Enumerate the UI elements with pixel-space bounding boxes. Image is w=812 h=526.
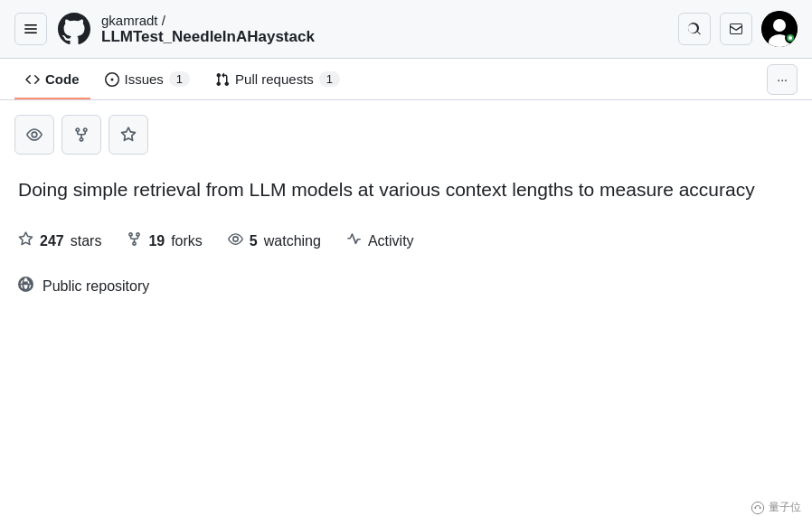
eye-stat-icon (228, 231, 243, 247)
code-icon (25, 72, 40, 87)
svg-rect-0 (24, 24, 37, 26)
activity-stat-icon (346, 231, 362, 251)
issues-count-badge: 1 (169, 71, 190, 87)
tabs-bar: Code Issues 1 Pull requests 1 ··· (0, 59, 812, 100)
forks-stat[interactable]: 19 forks (127, 231, 202, 251)
tab-issues[interactable]: Issues 1 (94, 59, 202, 99)
pulse-stat-icon (346, 231, 362, 247)
header: gkamradt / LLMTest_NeedleInAHaystack (0, 0, 812, 59)
svg-point-7 (788, 36, 792, 40)
tab-issues-label: Issues (125, 71, 164, 87)
github-logo[interactable] (58, 13, 90, 45)
description-text: Doing simple retrieval from LLM models a… (18, 176, 760, 202)
visibility-label: Public repository (42, 278, 149, 295)
tabs-more-label: ··· (777, 72, 788, 87)
watch-icon (26, 127, 42, 143)
fork-stat-icon (127, 231, 142, 247)
tab-pullrequests[interactable]: Pull requests 1 (204, 59, 351, 99)
fork-icon (73, 127, 90, 143)
forks-stat-icon (127, 231, 142, 251)
header-left: gkamradt / LLMTest_NeedleInAHaystack (14, 13, 667, 46)
pullreq-count-badge: 1 (319, 71, 340, 87)
tab-code[interactable]: Code (14, 59, 90, 99)
star-stat-icon (18, 231, 33, 247)
svg-rect-2 (24, 33, 37, 34)
tabs-more-button[interactable]: ··· (767, 64, 798, 95)
search-icon (687, 22, 702, 36)
stats-row: 247 stars 19 forks 5 watching Activity (0, 224, 812, 273)
stars-stat[interactable]: 247 stars (18, 231, 101, 251)
svg-point-4 (773, 19, 786, 32)
watching-count: 5 (250, 233, 258, 249)
activity-label: Activity (368, 233, 414, 249)
header-right (678, 11, 798, 47)
repo-name[interactable]: LLMTest_NeedleInAHaystack (101, 28, 315, 46)
action-buttons-row (0, 100, 812, 169)
tab-pullreq-label: Pull requests (235, 71, 314, 87)
star-icon (120, 127, 137, 143)
watching-stat-icon (228, 231, 243, 251)
avatar-icon (761, 11, 798, 47)
watching-label: watching (264, 233, 321, 249)
pullrequest-icon (215, 72, 230, 87)
stars-count: 247 (40, 233, 64, 249)
avatar-button[interactable] (761, 11, 798, 47)
forks-count: 19 (148, 233, 165, 249)
globe-svg-icon (18, 277, 33, 292)
repo-description: Doing simple retrieval from LLM models a… (0, 169, 812, 224)
repo-owner[interactable]: gkamradt / (101, 13, 315, 28)
watch-button[interactable] (14, 115, 54, 155)
activity-stat[interactable]: Activity (346, 231, 414, 251)
forks-label: forks (171, 233, 203, 249)
fork-button[interactable] (61, 115, 101, 155)
hamburger-button[interactable] (14, 13, 47, 45)
watching-stat[interactable]: 5 watching (228, 231, 321, 251)
inbox-icon (729, 22, 743, 36)
tab-code-label: Code (45, 71, 80, 87)
inbox-button[interactable] (720, 13, 752, 45)
svg-rect-1 (24, 28, 37, 30)
search-button[interactable] (678, 13, 711, 45)
star-button[interactable] (109, 115, 148, 155)
stars-label: stars (71, 233, 102, 249)
issues-icon (105, 72, 119, 87)
globe-icon (18, 277, 33, 296)
stars-stat-icon (18, 231, 33, 251)
repo-meta-row: Public repository (0, 273, 812, 315)
repo-title: gkamradt / LLMTest_NeedleInAHaystack (101, 13, 315, 46)
hamburger-icon (24, 22, 38, 36)
